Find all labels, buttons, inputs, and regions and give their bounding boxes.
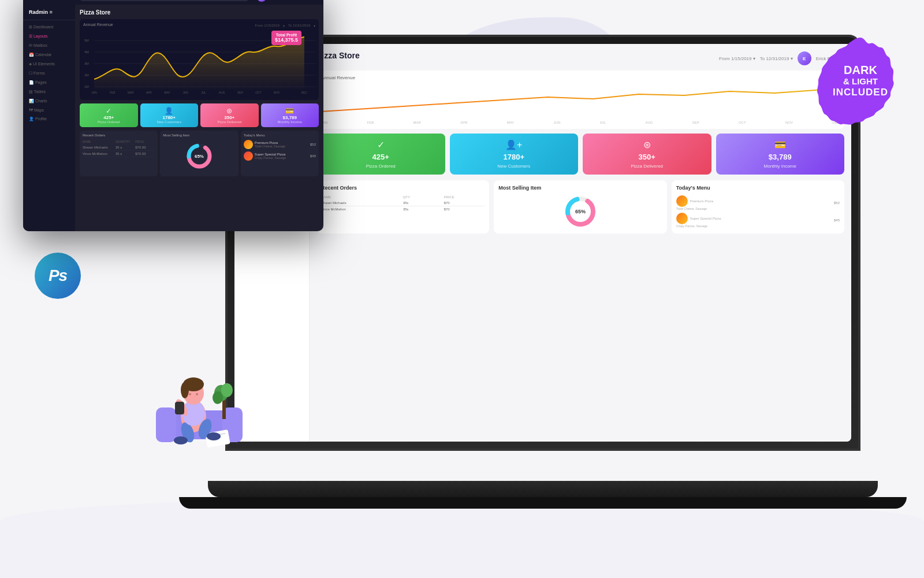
person-add-icon: 👤+ — [505, 139, 522, 150]
svg-point-15 — [181, 382, 189, 398]
stat-card-pizza-delivered: ⊛ 350+ Pizza Delivered — [583, 134, 711, 175]
svg-text:1M: 1M — [84, 85, 89, 88]
dark-search-bar[interactable]: 🔍 Type here for search... — [80, 0, 248, 1]
stat-card-pizza-ordered: ✓ 425+ Pizza Ordered — [316, 134, 445, 175]
svg-text:4M: 4M — [84, 50, 89, 54]
dark-menu-item-special: Super Special Pizza Crispy Flavour, Saus… — [244, 150, 316, 162]
dark-sidebar-forms[interactable]: ☐ Forms — [23, 69, 75, 78]
dark-stats-row: ✓ 425+ Pizza Ordered 👤 1780+ New Custome… — [80, 103, 319, 127]
svg-point-11 — [207, 432, 221, 440]
menu-item-special: Super Special PizzaCrispy Flavour, Sausa… — [676, 212, 840, 229]
gift-icon: ⊛ — [643, 139, 651, 150]
dark-page-title: Pizza Store — [80, 9, 319, 16]
dark-main: Pizza Store Annual Revenue From 1/15/201… — [75, 5, 323, 231]
bg-bottom — [0, 497, 924, 578]
check-circle-icon: ✓ — [377, 139, 385, 150]
light-main: Pizza Store From 1/15/2019 ▾ To 12/31/20… — [310, 44, 851, 442]
todays-menu-card: Today's Menu Premium PizzaTriple Cheese,… — [672, 180, 844, 234]
svg-point-22 — [221, 383, 233, 397]
svg-text:2M: 2M — [84, 73, 89, 77]
light-stats-grid: ✓ 425+ Pizza Ordered 👤+ 1780+ New Custom… — [316, 134, 844, 175]
light-bottom-row: Recent Orders NAMEQTYPRICE Shawn Michael… — [316, 180, 844, 234]
dark-sidebar-maps[interactable]: 🗺 Maps — [23, 106, 75, 114]
svg-text:JAN: JAN — [92, 91, 97, 94]
svg-text:APR: APR — [146, 91, 152, 94]
svg-text:AUG: AUG — [219, 91, 225, 94]
svg-text:5M: 5M — [84, 39, 89, 42]
dark-chart-area: Annual Revenue From 1/15/2019 ▾ To 12/31… — [80, 19, 319, 100]
dark-stat-pizza-ordered: ✓ 425+ Pizza Ordered — [80, 103, 138, 127]
svg-text:3M: 3M — [84, 62, 89, 65]
svg-text:JUL: JUL — [201, 91, 206, 94]
laptop-base — [208, 481, 878, 497]
svg-rect-3 — [156, 407, 176, 442]
svg-point-16 — [189, 393, 191, 395]
stat-card-monthly-income: 💳 $3,789 Monthly Income — [716, 134, 845, 175]
laptop-bottom — [179, 497, 907, 509]
dark-stat-monthly-income: 💳 $3,789 Monthly Income — [261, 103, 319, 127]
dark-sidebar-ui[interactable]: ◈ UI Elements — [23, 60, 75, 69]
menu-item-premium: Premium PizzaTriple Cheese, Sausage $52 — [676, 194, 840, 212]
dark-sidebar-profile[interactable]: 👤 Profile — [23, 114, 75, 124]
dark-most-selling-card: Most Selling Item 65% — [160, 131, 238, 176]
dark-table-row: Shawn Michaels 35 s $70.00 — [83, 144, 155, 151]
svg-text:JUN: JUN — [182, 91, 188, 94]
dark-stat-pizza-delivered: ⊛ 350+ Pizza Delivered — [200, 103, 259, 127]
person-illustration — [153, 347, 245, 451]
svg-rect-19 — [175, 402, 184, 414]
dark-layout: Radmin ≡ ⊞ Dashboard ☰ Layouts ✉ Mailbox… — [23, 5, 323, 231]
dark-recent-orders-card: Recent Orders NAMEQUANTITYPRICE Shawn Mi… — [80, 131, 158, 176]
svg-text:MAY: MAY — [164, 91, 170, 94]
dark-table-header: NAMEQUANTITYPRICE — [83, 139, 155, 144]
svg-text:OCT: OCT — [255, 91, 261, 94]
dark-sidebar-pages[interactable]: 📄 Pages — [23, 78, 75, 87]
dark-bottom-row: Recent Orders NAMEQUANTITYPRICE Shawn Mi… — [80, 131, 319, 176]
laptop-screen: ≡ Radmin ⊞Dashboard ☰Layouts ✉Mailbox 📅C… — [234, 44, 851, 442]
dark-brand-label: Radmin ≡ — [23, 9, 75, 20]
svg-text:NOV: NOV — [274, 91, 280, 94]
recent-orders-card: Recent Orders NAMEQTYPRICE Shawn Michael… — [316, 180, 489, 234]
ps-badge: Ps — [35, 253, 81, 299]
svg-text:DEC: DEC — [301, 91, 308, 94]
dark-dashboard-overlay: Radmin 🔍 Type here for search... E Erick… — [23, 0, 323, 231]
donut-chart: 65% — [498, 194, 662, 229]
dark-donut-chart: 65% — [163, 139, 235, 173]
svg-point-17 — [196, 393, 198, 395]
dark-sidebar-tables[interactable]: ▤ Tables — [23, 87, 75, 97]
dark-stat-new-customers: 👤 1780+ New Customers — [140, 103, 199, 127]
dark-table-row: Vince McMahon 35 s $70.00 — [83, 151, 155, 157]
dark-sidebar-calendar[interactable]: 📅 Calendar — [23, 50, 75, 60]
dark-sidebar-layouts[interactable]: ☰ Layouts — [23, 32, 75, 41]
dark-sidebar-dashboard[interactable]: ⊞ Dashboard — [23, 23, 75, 32]
dark-titlebar: Radmin 🔍 Type here for search... E Erick… — [23, 0, 323, 5]
svg-text:SEP: SEP — [237, 91, 243, 94]
dark-todays-menu-card: Today's Menu Premium Pizza Triple Cheese… — [241, 131, 319, 176]
splash-badge: DARK & LIGHT INCLUDED — [814, 35, 907, 127]
dark-sidebar: Radmin ≡ ⊞ Dashboard ☰ Layouts ✉ Mailbox… — [23, 5, 75, 231]
svg-text:FEB: FEB — [110, 91, 115, 94]
dark-sidebar-charts[interactable]: 📊 Charts — [23, 97, 75, 106]
svg-point-23 — [213, 391, 223, 404]
most-selling-card: Most Selling Item 65% — [494, 180, 666, 234]
dark-menu-item-premium: Premium Pizza Triple Cheese, Sausage $52 — [244, 139, 316, 150]
dark-sidebar-mailbox[interactable]: ✉ Mailbox — [23, 41, 75, 50]
credit-card-icon: 💳 — [774, 139, 786, 150]
light-dashboard: ≡ Radmin ⊞Dashboard ☰Layouts ✉Mailbox 📅C… — [234, 44, 851, 442]
stat-card-new-customers: 👤+ 1780+ New Customers — [450, 134, 579, 175]
svg-text:MAR: MAR — [128, 91, 134, 94]
svg-point-10 — [174, 436, 188, 444]
profit-badge: Total Profit $14,375.5 — [271, 31, 301, 45]
